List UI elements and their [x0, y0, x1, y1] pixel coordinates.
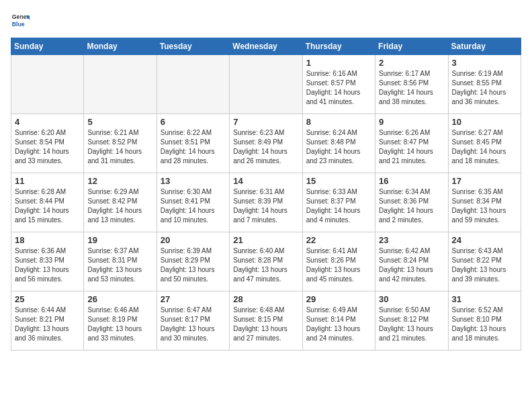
- day-number: 5: [87, 117, 152, 127]
- logo: General Blue: [11, 11, 32, 30]
- cell-info: Sunrise: 6:41 AM Sunset: 8:26 PM Dayligh…: [306, 246, 371, 284]
- day-number: 22: [306, 235, 371, 245]
- calendar-week-row: 25Sunrise: 6:44 AM Sunset: 8:21 PM Dayli…: [11, 291, 521, 351]
- calendar-table: SundayMondayTuesdayWednesdayThursdayFrid…: [11, 38, 521, 351]
- calendar-cell: 11Sunrise: 6:28 AM Sunset: 8:44 PM Dayli…: [11, 173, 84, 232]
- calendar-cell: 29Sunrise: 6:49 AM Sunset: 8:14 PM Dayli…: [302, 291, 375, 351]
- day-number: 2: [379, 58, 444, 68]
- cell-info: Sunrise: 6:27 AM Sunset: 8:45 PM Dayligh…: [452, 128, 517, 166]
- day-number: 31: [452, 294, 517, 304]
- day-number: 16: [379, 176, 444, 186]
- cell-info: Sunrise: 6:50 AM Sunset: 8:12 PM Dayligh…: [379, 306, 444, 343]
- calendar-cell: 22Sunrise: 6:41 AM Sunset: 8:26 PM Dayli…: [302, 232, 375, 291]
- day-number: 1: [306, 58, 371, 68]
- day-number: 13: [161, 176, 226, 186]
- day-number: 20: [161, 235, 226, 245]
- cell-info: Sunrise: 6:20 AM Sunset: 8:54 PM Dayligh…: [15, 128, 80, 166]
- cell-info: Sunrise: 6:31 AM Sunset: 8:39 PM Dayligh…: [233, 187, 298, 225]
- svg-text:General: General: [12, 13, 30, 20]
- calendar-cell: 6Sunrise: 6:22 AM Sunset: 8:51 PM Daylig…: [157, 114, 229, 173]
- cell-info: Sunrise: 6:44 AM Sunset: 8:21 PM Dayligh…: [15, 306, 80, 343]
- calendar-week-row: 18Sunrise: 6:36 AM Sunset: 8:33 PM Dayli…: [11, 232, 521, 291]
- calendar-cell: 26Sunrise: 6:46 AM Sunset: 8:19 PM Dayli…: [84, 291, 157, 351]
- calendar-cell: 24Sunrise: 6:43 AM Sunset: 8:22 PM Dayli…: [448, 232, 521, 291]
- cell-info: Sunrise: 6:24 AM Sunset: 8:48 PM Dayligh…: [306, 128, 371, 166]
- calendar-cell: 31Sunrise: 6:52 AM Sunset: 8:10 PM Dayli…: [448, 291, 521, 351]
- cell-info: Sunrise: 6:19 AM Sunset: 8:55 PM Dayligh…: [452, 69, 517, 107]
- cell-info: Sunrise: 6:39 AM Sunset: 8:29 PM Dayligh…: [161, 246, 226, 284]
- calendar-cell: 25Sunrise: 6:44 AM Sunset: 8:21 PM Dayli…: [11, 291, 84, 351]
- calendar-cell: 10Sunrise: 6:27 AM Sunset: 8:45 PM Dayli…: [448, 114, 521, 173]
- calendar-cell: [230, 55, 302, 114]
- cell-info: Sunrise: 6:21 AM Sunset: 8:52 PM Dayligh…: [87, 128, 152, 166]
- day-number: 4: [15, 117, 80, 127]
- cell-info: Sunrise: 6:26 AM Sunset: 8:47 PM Dayligh…: [379, 128, 444, 166]
- day-number: 9: [379, 117, 444, 127]
- cell-info: Sunrise: 6:33 AM Sunset: 8:37 PM Dayligh…: [306, 187, 371, 225]
- day-number: 23: [379, 235, 444, 245]
- calendar-cell: 27Sunrise: 6:47 AM Sunset: 8:17 PM Dayli…: [157, 291, 229, 351]
- calendar-cell: 1Sunrise: 6:16 AM Sunset: 8:57 PM Daylig…: [302, 55, 375, 114]
- day-number: 6: [161, 117, 226, 127]
- cell-info: Sunrise: 6:29 AM Sunset: 8:42 PM Dayligh…: [87, 187, 152, 225]
- cell-info: Sunrise: 6:42 AM Sunset: 8:24 PM Dayligh…: [379, 246, 444, 284]
- calendar-week-row: 1Sunrise: 6:16 AM Sunset: 8:57 PM Daylig…: [11, 55, 521, 114]
- calendar-cell: 19Sunrise: 6:37 AM Sunset: 8:31 PM Dayli…: [84, 232, 157, 291]
- day-number: 30: [379, 294, 444, 304]
- day-number: 17: [452, 176, 517, 186]
- cell-info: Sunrise: 6:16 AM Sunset: 8:57 PM Dayligh…: [306, 69, 371, 107]
- logo-icon: General Blue: [11, 11, 30, 30]
- day-number: 11: [15, 176, 80, 186]
- day-number: 14: [233, 176, 298, 186]
- calendar-week-row: 4Sunrise: 6:20 AM Sunset: 8:54 PM Daylig…: [11, 114, 521, 173]
- calendar-cell: 30Sunrise: 6:50 AM Sunset: 8:12 PM Dayli…: [375, 291, 448, 351]
- day-number: 24: [452, 235, 517, 245]
- cell-info: Sunrise: 6:37 AM Sunset: 8:31 PM Dayligh…: [87, 246, 152, 284]
- day-number: 8: [306, 117, 371, 127]
- weekday-header: Saturday: [448, 38, 521, 55]
- calendar-cell: 17Sunrise: 6:35 AM Sunset: 8:34 PM Dayli…: [448, 173, 521, 232]
- day-number: 27: [161, 294, 226, 304]
- day-number: 29: [306, 294, 371, 304]
- day-number: 10: [452, 117, 517, 127]
- calendar-cell: [157, 55, 229, 114]
- day-number: 12: [87, 176, 152, 186]
- calendar-cell: 14Sunrise: 6:31 AM Sunset: 8:39 PM Dayli…: [230, 173, 302, 232]
- cell-info: Sunrise: 6:49 AM Sunset: 8:14 PM Dayligh…: [306, 306, 371, 343]
- calendar-cell: 18Sunrise: 6:36 AM Sunset: 8:33 PM Dayli…: [11, 232, 84, 291]
- cell-info: Sunrise: 6:48 AM Sunset: 8:15 PM Dayligh…: [233, 306, 298, 343]
- cell-info: Sunrise: 6:30 AM Sunset: 8:41 PM Dayligh…: [161, 187, 226, 225]
- cell-info: Sunrise: 6:36 AM Sunset: 8:33 PM Dayligh…: [15, 246, 80, 284]
- calendar-cell: 28Sunrise: 6:48 AM Sunset: 8:15 PM Dayli…: [230, 291, 302, 351]
- cell-info: Sunrise: 6:35 AM Sunset: 8:34 PM Dayligh…: [452, 187, 517, 225]
- calendar-cell: 15Sunrise: 6:33 AM Sunset: 8:37 PM Dayli…: [302, 173, 375, 232]
- day-number: 21: [233, 235, 298, 245]
- calendar-week-row: 11Sunrise: 6:28 AM Sunset: 8:44 PM Dayli…: [11, 173, 521, 232]
- day-number: 25: [15, 294, 80, 304]
- calendar-cell: 4Sunrise: 6:20 AM Sunset: 8:54 PM Daylig…: [11, 114, 84, 173]
- calendar-cell: 2Sunrise: 6:17 AM Sunset: 8:56 PM Daylig…: [375, 55, 448, 114]
- weekday-header: Sunday: [11, 38, 84, 55]
- day-number: 18: [15, 235, 80, 245]
- weekday-header: Tuesday: [157, 38, 229, 55]
- calendar-cell: 20Sunrise: 6:39 AM Sunset: 8:29 PM Dayli…: [157, 232, 229, 291]
- cell-info: Sunrise: 6:22 AM Sunset: 8:51 PM Dayligh…: [161, 128, 226, 166]
- cell-info: Sunrise: 6:17 AM Sunset: 8:56 PM Dayligh…: [379, 69, 444, 107]
- day-number: 3: [452, 58, 517, 68]
- calendar-cell: 13Sunrise: 6:30 AM Sunset: 8:41 PM Dayli…: [157, 173, 229, 232]
- cell-info: Sunrise: 6:28 AM Sunset: 8:44 PM Dayligh…: [15, 187, 80, 225]
- page-header: General Blue: [11, 11, 521, 30]
- cell-info: Sunrise: 6:23 AM Sunset: 8:49 PM Dayligh…: [233, 128, 298, 166]
- calendar-cell: 7Sunrise: 6:23 AM Sunset: 8:49 PM Daylig…: [230, 114, 302, 173]
- calendar-cell: 21Sunrise: 6:40 AM Sunset: 8:28 PM Dayli…: [230, 232, 302, 291]
- calendar-cell: 23Sunrise: 6:42 AM Sunset: 8:24 PM Dayli…: [375, 232, 448, 291]
- calendar-cell: 9Sunrise: 6:26 AM Sunset: 8:47 PM Daylig…: [375, 114, 448, 173]
- day-number: 26: [87, 294, 152, 304]
- weekday-header: Wednesday: [230, 38, 302, 55]
- cell-info: Sunrise: 6:46 AM Sunset: 8:19 PM Dayligh…: [87, 306, 152, 343]
- calendar-cell: 5Sunrise: 6:21 AM Sunset: 8:52 PM Daylig…: [84, 114, 157, 173]
- cell-info: Sunrise: 6:43 AM Sunset: 8:22 PM Dayligh…: [452, 246, 517, 284]
- day-number: 7: [233, 117, 298, 127]
- weekday-header: Monday: [84, 38, 157, 55]
- calendar-cell: [11, 55, 84, 114]
